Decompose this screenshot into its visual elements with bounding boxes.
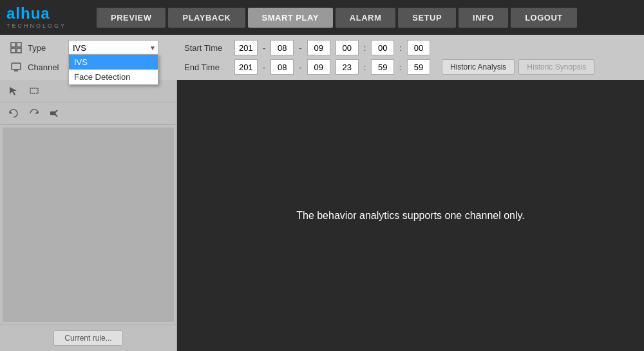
tab-playback[interactable]: PLAYBACK bbox=[168, 8, 245, 28]
start-hour[interactable] bbox=[336, 40, 359, 55]
end-time-row: End Time - - : : Historic Analysis Histo… bbox=[184, 59, 594, 75]
end-month[interactable] bbox=[270, 59, 294, 75]
end-min[interactable] bbox=[371, 59, 394, 75]
sep2: - bbox=[299, 43, 301, 53]
toolbar-row-2 bbox=[0, 102, 176, 125]
current-rule-button[interactable]: Current rule... bbox=[53, 330, 122, 346]
sep5: - bbox=[263, 62, 265, 72]
svg-rect-7 bbox=[30, 88, 38, 93]
clear-icon[interactable] bbox=[48, 106, 62, 120]
analytics-message: The behavior analytics supports one chan… bbox=[296, 210, 525, 222]
controls-bar: Type IVS ▼ IVS Face Detection bbox=[0, 35, 644, 80]
tab-alarm[interactable]: ALARM bbox=[336, 8, 395, 28]
content-area: Current rule... The behavior analytics s… bbox=[0, 80, 644, 351]
type-icon bbox=[10, 41, 23, 54]
right-controls: Start Time - - : : End Time - - bbox=[184, 40, 594, 75]
start-sec[interactable] bbox=[407, 40, 430, 55]
channel-label: Channel bbox=[28, 62, 63, 72]
header: alhua TECHNOLOGY PREVIEW PLAYBACK SMART … bbox=[0, 0, 644, 35]
sep3: : bbox=[364, 43, 366, 53]
logo-brand: alhua bbox=[6, 6, 50, 21]
channel-icon bbox=[10, 61, 23, 73]
thumbnail-area bbox=[3, 128, 174, 322]
tab-preview[interactable]: PREVIEW bbox=[97, 8, 166, 28]
end-day[interactable] bbox=[307, 59, 330, 75]
cursor-icon[interactable] bbox=[6, 84, 21, 98]
redo-icon[interactable] bbox=[27, 106, 41, 120]
logo-sub: TECHNOLOGY bbox=[6, 23, 66, 29]
tab-info[interactable]: INFO bbox=[459, 8, 508, 28]
type-label: Type bbox=[28, 43, 63, 53]
logo: alhua TECHNOLOGY bbox=[6, 6, 77, 29]
sep8: : bbox=[399, 62, 402, 72]
historic-analysis-button[interactable]: Historic Analysis bbox=[442, 59, 515, 75]
action-buttons: Historic Analysis Historic Synopsis bbox=[442, 59, 594, 75]
sep6: - bbox=[299, 62, 301, 72]
historic-synopsis-button[interactable]: Historic Synopsis bbox=[518, 59, 594, 75]
svg-rect-3 bbox=[17, 48, 21, 53]
tab-setup[interactable]: SETUP bbox=[398, 8, 456, 28]
start-time-label: Start Time bbox=[184, 43, 229, 53]
sep7: : bbox=[364, 62, 366, 72]
start-day[interactable] bbox=[307, 40, 330, 55]
rectangle-icon[interactable] bbox=[27, 84, 41, 98]
sep4: : bbox=[399, 43, 402, 53]
type-row: Type IVS ▼ IVS Face Detection bbox=[10, 40, 158, 55]
main-area: Type IVS ▼ IVS Face Detection bbox=[0, 35, 644, 351]
dropdown-item-face-detection[interactable]: Face Detection bbox=[69, 70, 158, 84]
left-controls: Type IVS ▼ IVS Face Detection bbox=[10, 40, 158, 75]
end-sec[interactable] bbox=[407, 59, 430, 75]
end-time-label: End Time bbox=[184, 62, 229, 72]
start-min[interactable] bbox=[371, 40, 394, 55]
svg-rect-0 bbox=[11, 43, 15, 47]
left-panel-bottom-bar: Current rule... bbox=[0, 325, 176, 351]
tab-smart-play[interactable]: SMART PLAY bbox=[248, 8, 333, 28]
type-select-wrapper: IVS ▼ IVS Face Detection bbox=[68, 40, 158, 55]
svg-rect-8 bbox=[50, 111, 55, 115]
nav-tabs: PREVIEW PLAYBACK SMART PLAY ALARM SETUP … bbox=[97, 8, 577, 28]
end-hour[interactable] bbox=[336, 59, 359, 75]
dropdown-item-ivs[interactable]: IVS bbox=[69, 55, 158, 70]
left-panel: Current rule... bbox=[0, 80, 177, 351]
type-select[interactable]: IVS bbox=[68, 40, 158, 55]
tab-logout[interactable]: LOGOUT bbox=[511, 8, 577, 28]
end-year[interactable] bbox=[234, 59, 258, 75]
svg-rect-2 bbox=[11, 48, 15, 53]
type-dropdown: IVS Face Detection bbox=[68, 54, 158, 85]
start-time-row: Start Time - - : : bbox=[184, 40, 594, 55]
undo-icon[interactable] bbox=[6, 106, 21, 120]
start-year[interactable] bbox=[234, 40, 258, 55]
svg-rect-4 bbox=[12, 63, 21, 70]
start-month[interactable] bbox=[270, 40, 294, 55]
right-panel: The behavior analytics supports one chan… bbox=[177, 80, 644, 351]
svg-rect-1 bbox=[17, 43, 21, 47]
sep1: - bbox=[263, 43, 265, 53]
